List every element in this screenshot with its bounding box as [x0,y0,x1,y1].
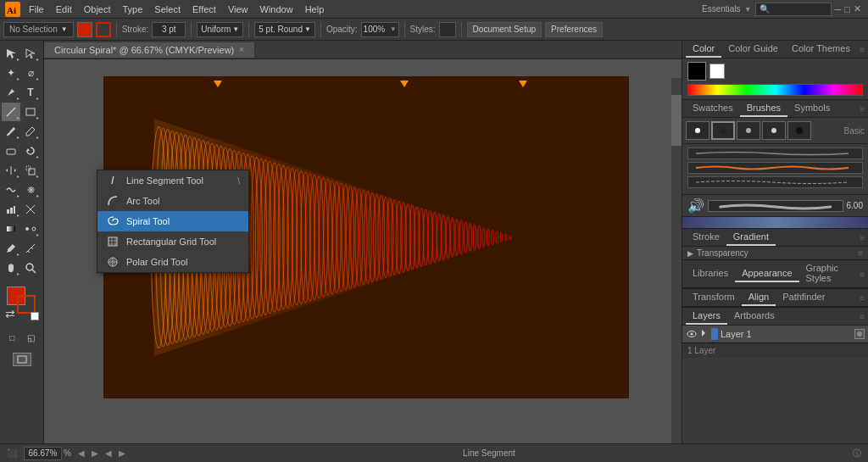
menu-edit[interactable]: Edit [51,3,77,16]
stroke-swatch[interactable] [96,22,111,37]
gradient-tool-btn[interactable] [2,220,20,238]
scrollbar-v-thumb[interactable] [671,95,682,146]
brush-stroke-2[interactable] [687,162,863,174]
tab-gradient[interactable]: Gradient [726,229,776,246]
graph-tool-btn[interactable]: ▸ [2,200,20,219]
zoom-tool-btn[interactable] [21,259,40,277]
stroke-weight-input[interactable]: 3 pt [152,22,186,37]
canvas-background[interactable]: / Line Segment Tool \ Arc Tool Spiral To… [44,59,682,443]
doc-setup-button[interactable]: Document Setup [467,22,542,37]
tab-pathfinder[interactable]: Pathfinder [776,289,832,306]
search-box[interactable]: 🔍 [755,3,832,16]
tab-color-guide[interactable]: Color Guide [721,41,785,58]
rotate-tool-btn[interactable]: ▸ [21,142,40,160]
layers-menu-icon[interactable]: ≡ [860,312,865,321]
selection-dropdown[interactable]: No Selection ▼ [3,22,74,37]
swap-icon[interactable]: ⇄ [5,307,15,320]
hand-tool-btn[interactable]: ▸ [2,259,20,277]
tab-align[interactable]: Align [742,289,776,306]
maximize-btn[interactable]: □ [844,4,850,14]
zoom-input[interactable] [24,447,62,460]
magic-wand-tool-btn[interactable]: ✦ ▸ [2,64,20,82]
brush-stroke-3[interactable] [687,176,863,188]
tab-swatches[interactable]: Swatches [686,100,740,117]
tab-brushes[interactable]: Brushes [740,100,787,117]
ctx-spiral[interactable]: Spiral Tool [97,211,248,231]
rect-tool-btn[interactable]: ▸ [21,103,40,121]
menu-type[interactable]: Type [118,3,148,16]
close-btn[interactable]: ✕ [854,3,861,14]
brush-item-4[interactable] [762,121,786,140]
mesh-tool-btn[interactable] [21,200,40,219]
artboard-nav-right-icon[interactable]: ▶ [119,448,125,458]
menu-object[interactable]: Object [79,3,116,16]
tab-appearance[interactable]: Appearance [735,265,798,282]
transparency-collapse-icon[interactable]: ▶ [687,249,693,258]
direct-selection-tool-btn[interactable]: ▸ [21,44,40,63]
blend-tool-btn[interactable]: ▸ [21,220,40,238]
brush-item-3[interactable] [737,121,760,140]
brushes-panel-menu-icon[interactable]: ≡ [860,104,865,114]
appearance-menu-icon[interactable]: ≡ [860,270,865,279]
warp-tool-btn[interactable]: ▸ [2,181,20,199]
stroke-white-swatch[interactable] [709,64,725,79]
stroke-cap-select[interactable]: 5 pt. Round ▼ [254,22,315,37]
paintbrush-tool-btn[interactable]: ▸ [2,122,20,141]
tab-libraries[interactable]: Libraries [686,265,735,282]
scale-tool-btn[interactable]: ▸ [21,161,40,180]
lasso-tool-btn[interactable]: ⌀ ▸ [21,64,40,82]
none-icon[interactable] [31,312,39,320]
drawing-mode-btn[interactable]: ◱ [23,328,41,347]
symbol-tool-btn[interactable]: ❋ ▸ [21,181,40,199]
brush-item-2[interactable] [711,121,735,140]
tab-symbols[interactable]: Symbols [787,100,837,117]
fill-black-swatch[interactable] [687,62,706,81]
menu-help[interactable]: Help [300,3,330,16]
tab-transform[interactable]: Transform [686,289,742,306]
layer-eye-btn[interactable] [686,328,698,340]
tab-color[interactable]: Color [686,41,721,58]
line-tool-btn[interactable]: ▸ [2,103,20,121]
menu-file[interactable]: File [24,3,49,16]
stroke-color-box[interactable] [17,295,36,314]
opacity-input[interactable]: 100% ▼ [361,22,399,37]
tab-layers[interactable]: Layers [686,308,727,325]
brush-item-1[interactable] [686,121,709,140]
ctx-polar-grid[interactable]: Polar Grid Tool [97,252,248,272]
layer-expand-btn[interactable] [700,328,709,340]
type-tool-btn[interactable]: T ▸ [21,83,40,102]
brush-stroke-1[interactable] [687,148,863,159]
menu-window[interactable]: Window [255,3,298,16]
ctx-line-segment[interactable]: / Line Segment Tool \ [97,170,248,191]
nav-right-icon[interactable]: ▶ [92,448,98,458]
mirror-tool-btn[interactable]: ▸ [2,161,20,180]
ctx-arc[interactable]: Arc Tool [97,191,248,211]
pencil-tool-btn[interactable]: ▸ [21,122,40,141]
stroke-style-select[interactable]: Uniform ▼ [197,22,243,37]
pen-tool-btn[interactable]: ▸ [2,83,20,102]
menu-select[interactable]: Select [149,3,186,16]
fill-swatch[interactable] [77,22,92,37]
transparency-menu-icon[interactable]: ≡ [858,248,863,258]
transform-menu-icon[interactable]: ≡ [860,293,865,303]
stroke-panel-menu-icon[interactable]: ≡ [860,233,865,242]
ctx-rect-grid[interactable]: Rectangular Grid Tool [97,231,248,252]
nav-left-icon[interactable]: ◀ [78,448,85,458]
menu-view[interactable]: View [223,3,253,16]
menu-effect[interactable]: Effect [187,3,221,16]
selection-tool-btn[interactable]: ▸ [2,44,20,63]
tab-stroke[interactable]: Stroke [686,229,726,246]
tab-close-btn[interactable]: × [239,45,244,54]
artboard-nav-left-icon[interactable]: ◀ [105,448,112,458]
minimize-btn[interactable]: ─ [835,4,842,14]
tab-graphic-styles[interactable]: Graphic Styles [799,260,860,287]
layer-1-row[interactable]: Layer 1 [682,326,868,342]
tab-color-themes[interactable]: Color Themes [785,41,857,58]
document-tab[interactable]: Circular Spiral* @ 66.67% (CMYK/Preview)… [44,42,255,58]
scrollbar-v[interactable] [671,78,682,443]
eyedropper-tool-btn[interactable]: ▸ [2,239,20,258]
color-gradient-bar[interactable] [687,84,863,96]
normal-mode-btn[interactable]: □ [3,328,21,347]
color-panel-menu-icon[interactable]: ≡ [860,45,865,54]
preferences-button[interactable]: Preferences [545,22,603,37]
